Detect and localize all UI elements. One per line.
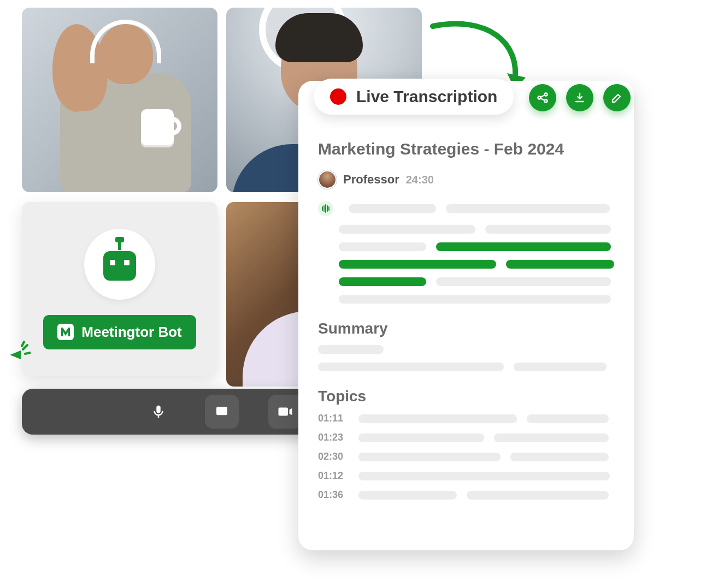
placeholder-bar <box>467 491 609 500</box>
svg-marker-0 <box>10 351 21 359</box>
speaker-row: Professor 24:30 <box>318 170 614 189</box>
record-indicator-icon <box>330 88 346 105</box>
present-screen-button[interactable] <box>205 395 239 429</box>
audio-wave-icon <box>318 201 333 216</box>
topic-row[interactable]: 01:12 <box>318 470 614 482</box>
placeholder-bar <box>349 204 436 213</box>
placeholder-bar <box>358 491 457 500</box>
transcript-lines <box>318 201 614 304</box>
video-camera-button[interactable] <box>268 395 302 429</box>
topic-time: 02:30 <box>318 451 349 462</box>
download-icon <box>573 91 586 104</box>
placeholder-bar <box>514 363 607 371</box>
share-button[interactable] <box>529 84 556 111</box>
placeholder-bar <box>318 363 504 371</box>
transcript-placeholder-row <box>339 277 614 286</box>
summary-placeholder-row <box>318 363 614 371</box>
transcription-panel: Live Transcription Marketing Strategies … <box>298 81 634 550</box>
highlighted-bar <box>339 260 496 269</box>
edit-button[interactable] <box>603 84 631 111</box>
present-screen-icon <box>214 403 230 420</box>
topic-row[interactable]: 01:11 <box>318 413 614 424</box>
transcript-placeholder-row <box>318 201 614 216</box>
placeholder-bar <box>358 433 484 442</box>
placeholder-bar <box>339 225 475 234</box>
bot-button-label: Meetingtor Bot <box>81 324 181 341</box>
live-transcription-pill: Live Transcription <box>314 79 514 115</box>
microphone-icon <box>150 403 167 420</box>
placeholder-bar <box>510 453 609 461</box>
topic-time: 01:36 <box>318 489 349 501</box>
placeholder-bar <box>358 414 517 423</box>
svg-line-1 <box>23 345 27 349</box>
speaker-avatar <box>318 170 337 189</box>
placeholder-bar <box>318 345 384 354</box>
svg-line-3 <box>22 342 24 346</box>
placeholder-bar <box>436 277 611 286</box>
bot-card: Meetingtor Bot <box>22 202 217 376</box>
highlighted-bar <box>436 242 611 251</box>
speaker-name: Professor <box>343 173 399 187</box>
svg-rect-4 <box>216 407 227 415</box>
speaker-time: 24:30 <box>406 174 434 186</box>
placeholder-bar <box>358 453 501 461</box>
topics-list: 01:11 01:23 02:30 01:12 <box>318 413 614 501</box>
meetingtor-bot-button[interactable]: Meetingtor Bot <box>43 315 196 349</box>
summary-heading: Summary <box>318 320 614 337</box>
placeholder-bar <box>339 295 611 304</box>
placeholder-bar <box>485 225 611 234</box>
highlighted-bar <box>506 260 614 269</box>
topic-row[interactable]: 02:30 <box>318 451 614 462</box>
topic-time: 01:23 <box>318 432 349 443</box>
microphone-button[interactable] <box>142 395 175 429</box>
svg-line-2 <box>25 353 31 354</box>
transcript-placeholder-row <box>339 225 614 234</box>
robot-icon <box>100 248 139 281</box>
summary-placeholder-row <box>318 345 614 354</box>
panel-action-group <box>529 84 636 111</box>
topic-row[interactable]: 01:23 <box>318 432 614 443</box>
transcript-placeholder-row <box>339 260 614 269</box>
cursor-highlight-icon <box>9 340 31 361</box>
transcript-placeholder-row <box>339 242 614 251</box>
edit-icon <box>610 91 623 104</box>
topic-time: 01:11 <box>318 413 349 424</box>
headphones-icon <box>90 20 161 63</box>
video-camera-icon <box>277 403 293 420</box>
transcript-placeholder-row <box>339 295 614 304</box>
topic-time: 01:12 <box>318 470 349 482</box>
person-hair <box>275 13 363 62</box>
transcription-title: Marketing Strategies - Feb 2024 <box>318 140 614 158</box>
placeholder-bar <box>446 204 610 213</box>
placeholder-bar <box>358 472 610 480</box>
highlighted-bar <box>339 277 426 286</box>
placeholder-bar <box>527 414 609 423</box>
placeholder-bar <box>494 433 609 442</box>
topics-heading: Topics <box>318 388 614 405</box>
bot-avatar-circle <box>84 229 155 300</box>
brand-m-badge-icon <box>57 324 74 340</box>
topic-row[interactable]: 01:36 <box>318 489 614 501</box>
mug-icon <box>141 109 174 147</box>
live-label: Live Transcription <box>356 87 497 106</box>
download-button[interactable] <box>566 84 593 111</box>
placeholder-bar <box>339 242 426 251</box>
video-tile-participant-1 <box>22 8 217 192</box>
share-icon <box>536 91 549 104</box>
